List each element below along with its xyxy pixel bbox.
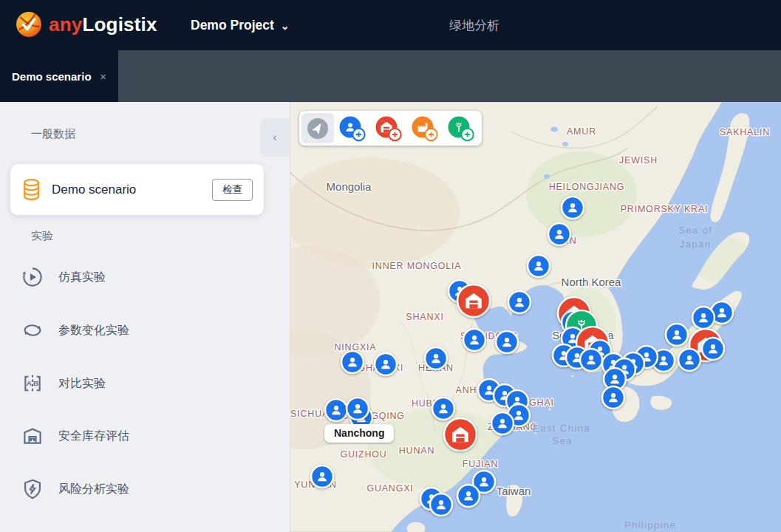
map-label-country: Taiwan (497, 485, 531, 497)
map-label-water: East China (533, 423, 590, 434)
map-marker-customer[interactable] (457, 485, 480, 507)
tab-demo-scenario[interactable]: Demo scenario × (0, 50, 118, 102)
app-logo: anyLogistix (15, 10, 157, 38)
map-label-water: Philippine (624, 519, 677, 531)
sidebar-item-label: 参数变化实验 (58, 323, 129, 338)
map-marker-customer[interactable] (562, 197, 584, 219)
map-marker-customer[interactable] (678, 349, 700, 371)
chevron-left-icon: ‹ (273, 130, 277, 145)
sidebar-item-simulation[interactable]: 仿真实验 (0, 256, 290, 298)
map-marker-dc[interactable] (444, 418, 477, 451)
map-label-region: PRIMORSKY KRAI (621, 204, 709, 214)
customer-add-icon (338, 114, 367, 143)
map-marker-customer[interactable] (602, 386, 624, 409)
database-icon (21, 178, 41, 201)
add-dc-button[interactable] (370, 113, 406, 143)
tab-bar: Demo scenario × (0, 50, 781, 102)
map-marker-customer[interactable] (496, 331, 518, 353)
map-marker-customer[interactable] (425, 347, 447, 369)
sidebar-item-label: 仿真实验 (58, 270, 106, 285)
map-marker-customer[interactable] (508, 291, 531, 313)
sidebar-item-label: 风险分析实验 (58, 482, 129, 497)
map-marker-customer[interactable] (666, 324, 688, 346)
simulation-play-icon (20, 265, 45, 290)
brand-any: any (49, 13, 82, 35)
select-tool-button[interactable] (301, 113, 334, 143)
map-marker-customer[interactable] (491, 412, 514, 434)
map-label-water: Sea (552, 435, 573, 446)
app-header: anyLogistix Demo Project ⌄ 绿地分析 (0, 0, 781, 50)
brand-logistix: Logistix (82, 13, 157, 35)
scenario-name: Demo scenario (52, 183, 136, 197)
close-icon[interactable]: × (100, 70, 106, 83)
cursor-icon (307, 117, 329, 140)
add-customer-button[interactable] (334, 113, 370, 143)
check-button[interactable]: 检查 (212, 179, 253, 201)
ab-compare-icon: A B (20, 371, 45, 396)
map-marker-customer[interactable] (548, 223, 570, 245)
map-marker-customer[interactable] (463, 329, 485, 351)
map-marker-customer[interactable] (347, 398, 369, 420)
sidebar-item-label: 安全库存评估 (58, 429, 129, 444)
sidebar-item-label: 对比实验 (58, 376, 106, 392)
sidebar-item-comparison[interactable]: A B 对比实验 (0, 363, 290, 404)
section-general-data: 一般数据 (31, 127, 75, 141)
scenario-card[interactable]: Demo scenario 检查 (10, 164, 264, 215)
brand-name: anyLogistix (49, 13, 157, 36)
warehouse-stock-icon (20, 423, 45, 449)
chevron-down-icon: ⌄ (281, 20, 290, 32)
tab-label: Demo scenario (12, 70, 92, 83)
sidebar: 一般数据 ‹ Demo scenario 检查 实验 仿真实验 (0, 102, 290, 532)
shield-lightning-icon (20, 477, 45, 502)
map-marker-customer[interactable] (692, 307, 715, 329)
add-factory-button[interactable] (407, 113, 443, 143)
anylogistix-logo-icon (15, 10, 43, 38)
project-dropdown[interactable]: Demo Project ⌄ (191, 0, 290, 50)
map-canvas[interactable]: AMURSAKHALINJEWISHHEILONGJIANGPRIMORSKY … (290, 102, 781, 532)
map-marker-customer[interactable] (528, 255, 550, 277)
map-label-region: AMUR (567, 126, 596, 137)
project-name: Demo Project (191, 18, 274, 33)
svg-text:B: B (33, 379, 38, 387)
map-label-region: GUANGXI (366, 483, 413, 494)
sidebar-item-safety-stock[interactable]: 安全库存评估 (0, 415, 290, 457)
variation-loop-icon (20, 318, 45, 343)
warehouse-add-icon (374, 114, 403, 143)
sidebar-item-risk-analysis[interactable]: 风险分析实验 (0, 468, 290, 510)
map-toolbar (299, 111, 482, 146)
map-label-country: North Korea (562, 276, 622, 288)
map-container[interactable]: AMURSAKHALINJEWISHHEILONGJIANGPRIMORSKY … (290, 102, 781, 532)
map-marker-customer[interactable] (432, 398, 454, 420)
map-label-region: GUIZHOU (340, 449, 386, 460)
map-marker-customer[interactable] (311, 466, 333, 488)
map-label-region: SHANXI (406, 312, 443, 322)
section-experiments: 实验 (31, 229, 53, 243)
map-label-water: Sea of (678, 225, 712, 236)
supplier-add-icon (446, 114, 476, 143)
map-city-tooltip: Nanchong (324, 424, 394, 443)
page-title: 绿地分析 (449, 0, 499, 50)
map-label-water: Japan (680, 239, 712, 250)
map-marker-customer[interactable] (430, 494, 452, 516)
factory-add-icon (410, 114, 440, 143)
sidebar-collapse-button[interactable]: ‹ (260, 118, 290, 157)
map-marker-customer[interactable] (375, 353, 397, 375)
map-label-region: SAKHALIN (720, 127, 770, 137)
add-supplier-button[interactable] (443, 113, 480, 143)
map-marker-customer[interactable] (325, 399, 347, 421)
map-marker-customer[interactable] (580, 349, 602, 371)
map-label-region: HEILONGJIANG (549, 182, 625, 192)
map-marker-dc[interactable] (457, 284, 490, 317)
sidebar-item-variation[interactable]: 参数变化实验 (0, 310, 290, 351)
map-marker-customer[interactable] (341, 351, 364, 373)
map-label-region: FUJIAN (463, 459, 499, 469)
map-label-region: HUNAN (399, 446, 434, 456)
svg-text:A: A (27, 379, 32, 387)
map-label-country: Mongolia (327, 180, 372, 193)
map-marker-customer[interactable] (702, 338, 724, 360)
map-label-region: INNER MONGOLIA (372, 261, 462, 271)
map-label-region: JEWISH (619, 155, 658, 166)
